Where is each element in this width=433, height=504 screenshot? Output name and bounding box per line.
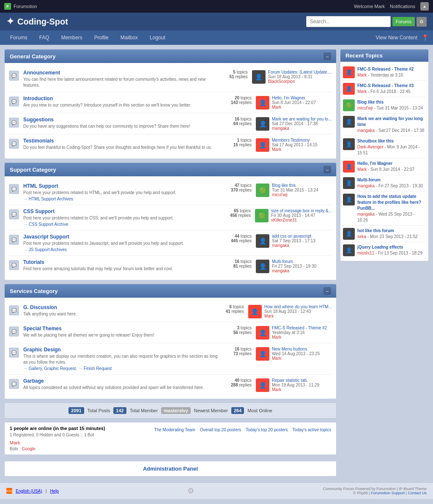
forum-title-graphic-design[interactable]: Graphic Design — [23, 347, 61, 353]
forum-title-g-discussion[interactable]: G. Discussion — [23, 304, 57, 310]
avatar-suggestions: 👤 — [256, 117, 269, 131]
recent-avatar-6: 👤 — [343, 161, 355, 173]
forum-sub-html-support: → HTML Support Archives — [23, 197, 218, 201]
todays-active-topics-link[interactable]: Today's active topics — [293, 427, 331, 432]
forum-title-introduction[interactable]: Introduction — [23, 96, 53, 101]
rss-icon: RSS — [6, 488, 12, 494]
last-topic-announcement[interactable]: Forum Updates: (Latest Update.... — [268, 70, 332, 74]
last-topic-testimonials[interactable]: Members Testimony — [272, 138, 318, 142]
nav-members[interactable]: Members — [55, 30, 88, 45]
forumotion-logo: F — [4, 3, 11, 10]
forum-info-introduction: Introduction Are you new to our communit… — [23, 96, 218, 108]
forum-title-announcement[interactable]: Announcement — [23, 70, 60, 76]
recent-info-1: FMC-S Released - Theme #2 Mark - Yesterd… — [357, 66, 414, 78]
recent-info-10: jQuery Loading effects mioshi11 - Fri 13… — [357, 244, 422, 256]
forum-title-special-themes[interactable]: Special Themes — [23, 326, 62, 331]
recent-topic-3[interactable]: Blog like this — [357, 99, 423, 105]
recent-topic-4[interactable]: Mark we are waiting for you long time — [357, 116, 426, 128]
recent-topic-2[interactable]: FMC-S Released - Theme #3 — [357, 83, 414, 89]
todays-top-posters-link[interactable]: Today's top 20 posters — [246, 427, 288, 432]
recent-topic-1[interactable]: FMC-S Released - Theme #2 — [357, 66, 414, 72]
recent-topic-9[interactable]: hot like this forum — [357, 228, 418, 234]
gear-button[interactable]: ⚙ — [417, 17, 427, 27]
nav-faq[interactable]: FAQ — [33, 30, 55, 45]
graphic-request-link[interactable]: Graphic Request — [44, 366, 76, 371]
last-topic-tutorials[interactable]: Multi-forum — [272, 259, 316, 264]
forum-last-info-html-support: Blog like this Tue 31 Mar 2015 - 13:24 m… — [272, 183, 318, 197]
forum-title-css-support[interactable]: CSS Support — [23, 208, 55, 214]
general-forum-list: 💬 Announcement You can find here the lat… — [5, 63, 336, 159]
recent-item-4: 👤 Mark we are waiting for you long time … — [343, 114, 426, 136]
google-bot-link[interactable]: Google — [22, 446, 35, 451]
moderating-team-link[interactable]: The Moderating Team — [154, 427, 195, 432]
online-user-mark[interactable]: Mark — [10, 440, 20, 445]
search-input[interactable] — [306, 16, 391, 27]
welcome-text: Welcome Mark — [354, 4, 385, 9]
forum-last-info-special-themes: FMC-S Released - Theme #2 Yesterday at 3… — [272, 326, 327, 340]
last-topic-graphic-design[interactable]: New Menu buttons — [272, 347, 320, 351]
most-online-label: Most Online — [247, 408, 272, 413]
forum-row-css-support: 💬 CSS Support Post here your problems re… — [9, 205, 332, 230]
contact-us-link[interactable]: Contact Us — [408, 491, 427, 495]
forum-info-suggestions: Suggestions Do you have any suggestions … — [23, 117, 218, 129]
forum-stats-g-discussion: 6 topics 41 replies — [214, 304, 244, 314]
forum-last-info-css-support: size of message box in reply &... Fri 30… — [271, 208, 332, 222]
search-button[interactable]: Forums — [392, 17, 415, 26]
last-topic-suggestions[interactable]: Mark we are waiting for you lo... — [272, 117, 332, 121]
last-topic-garbage[interactable]: Repair statistic tab. — [272, 378, 319, 383]
forum-title-html-support[interactable]: HTML Support — [23, 183, 58, 189]
finish-request-link[interactable]: Finish Request — [84, 366, 112, 371]
recent-topic-8[interactable]: How to add the status update feature in … — [357, 194, 426, 211]
recent-topic-10[interactable]: jQuery Loading effects — [357, 244, 422, 250]
newest-member-badge[interactable]: mastersIvy — [161, 407, 191, 414]
nav-profile[interactable]: Profile — [88, 30, 115, 45]
forum-title-suggestions[interactable]: Suggestions — [23, 117, 54, 123]
forumotion-support-link[interactable]: Forumotion Support — [371, 491, 405, 495]
last-topic-html-support[interactable]: Blog like this — [272, 183, 318, 188]
help-link[interactable]: Help — [50, 489, 59, 493]
html-support-archives-link[interactable]: HTML Support Archives — [29, 197, 73, 201]
forum-desc-css-support: Post here your problems related to CSS, … — [23, 215, 217, 221]
recent-topic-5[interactable]: Shoutbox like this — [357, 138, 426, 144]
forum-title-garbage[interactable]: Garbage — [23, 378, 44, 384]
recent-topic-6[interactable]: Hello, I'm Wagner — [357, 161, 414, 167]
forum-title-javascript-support[interactable]: Javascript Support — [23, 234, 69, 240]
nav-logout[interactable]: Logout — [144, 30, 171, 45]
gallery-link[interactable]: Gallery — [29, 366, 42, 371]
last-topic-css-support[interactable]: size of message box in reply &... — [271, 208, 332, 213]
last-topic-g-discussion[interactable]: How and where do you learn HTM... — [264, 304, 332, 309]
last-topic-introduction[interactable]: Hello, I'm Wagner — [272, 96, 316, 100]
css-support-archive-link[interactable]: CSS Support Archive — [29, 222, 69, 227]
forum-last-info-announcement: Forum Updates: (Latest Update.... Sun 18… — [268, 70, 332, 84]
forum-row-special-themes: 💬 Special Themes We will be placing here… — [9, 322, 332, 343]
last-topic-javascript-support[interactable]: add css on javascript — [272, 234, 315, 238]
forum-title-testimonials[interactable]: Testimonials — [23, 138, 54, 144]
services-category-collapse[interactable]: – — [323, 287, 331, 295]
total-members-badge: 142 — [113, 407, 126, 414]
newest-member-label: Newest Member — [194, 408, 228, 413]
forum-stats-css-support: 65 topics 456 replies — [221, 208, 251, 218]
nav-forums[interactable]: Forums — [4, 30, 33, 45]
most-online-badge: 264 — [231, 407, 244, 414]
notification-icon[interactable]: ▲ — [420, 2, 429, 11]
view-new-content[interactable]: View New Content — [376, 35, 418, 41]
recent-topic-7[interactable]: Multi-forum — [357, 177, 423, 183]
admin-panel: Administration Panel — [4, 461, 337, 477]
recent-info-3: Blog like this micul'wji - Tue 31 Mar 20… — [357, 99, 423, 111]
forum-title-tutorials[interactable]: Tutorials — [23, 259, 44, 265]
support-category-collapse[interactable]: – — [323, 166, 331, 173]
rss-link[interactable]: English (USA) — [16, 489, 42, 493]
overall-top-posters-link[interactable]: Overall top 20 posters — [200, 427, 241, 432]
js-support-archives-link[interactable]: JS Support Archives — [29, 247, 67, 252]
footer-center-icon: ⚙ — [187, 486, 194, 496]
nav-mailbox[interactable]: Mailbox — [115, 30, 144, 45]
admin-panel-link[interactable]: Administration Panel — [143, 466, 198, 472]
notifications-link[interactable]: Notifications — [390, 4, 415, 9]
forum-desc-tutorials: Find here some amazing tutorials that ma… — [23, 266, 218, 272]
stats-bar: 2091 Total Posts 142 Total Member master… — [4, 403, 337, 419]
last-topic-special-themes[interactable]: FMC-S Released - Theme #2 — [272, 326, 327, 330]
site-logo[interactable]: ✦ Coding-Spot — [6, 16, 68, 27]
forum-row-graphic-design: 💬 Graphic Design This is where we displa… — [9, 343, 332, 375]
general-category-collapse[interactable]: – — [323, 52, 331, 60]
top-bar: F Forumotion Welcome Mark Notifications … — [0, 0, 433, 13]
